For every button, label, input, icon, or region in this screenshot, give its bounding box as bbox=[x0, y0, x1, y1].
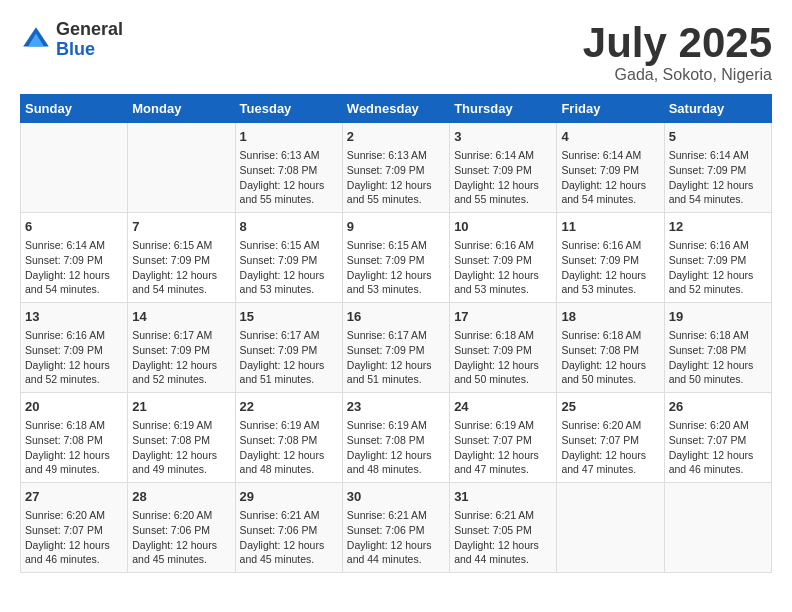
day-detail: Sunrise: 6:20 AMSunset: 7:07 PMDaylight:… bbox=[25, 508, 123, 567]
calendar-cell: 25Sunrise: 6:20 AMSunset: 7:07 PMDayligh… bbox=[557, 393, 664, 483]
calendar-cell: 21Sunrise: 6:19 AMSunset: 7:08 PMDayligh… bbox=[128, 393, 235, 483]
day-detail: Sunrise: 6:21 AMSunset: 7:05 PMDaylight:… bbox=[454, 508, 552, 567]
day-number: 6 bbox=[25, 218, 123, 236]
day-detail: Sunrise: 6:20 AMSunset: 7:06 PMDaylight:… bbox=[132, 508, 230, 567]
calendar-cell: 3Sunrise: 6:14 AMSunset: 7:09 PMDaylight… bbox=[450, 123, 557, 213]
day-number: 21 bbox=[132, 398, 230, 416]
day-number: 11 bbox=[561, 218, 659, 236]
month-title: July 2025 bbox=[583, 20, 772, 66]
calendar-cell bbox=[664, 482, 771, 572]
logo-blue-text: Blue bbox=[56, 39, 95, 59]
day-detail: Sunrise: 6:19 AMSunset: 7:08 PMDaylight:… bbox=[240, 418, 338, 477]
day-number: 20 bbox=[25, 398, 123, 416]
day-number: 3 bbox=[454, 128, 552, 146]
day-number: 7 bbox=[132, 218, 230, 236]
day-number: 22 bbox=[240, 398, 338, 416]
calendar-cell: 4Sunrise: 6:14 AMSunset: 7:09 PMDaylight… bbox=[557, 123, 664, 213]
day-detail: Sunrise: 6:19 AMSunset: 7:08 PMDaylight:… bbox=[132, 418, 230, 477]
day-detail: Sunrise: 6:14 AMSunset: 7:09 PMDaylight:… bbox=[669, 148, 767, 207]
calendar-cell: 22Sunrise: 6:19 AMSunset: 7:08 PMDayligh… bbox=[235, 393, 342, 483]
calendar-cell: 19Sunrise: 6:18 AMSunset: 7:08 PMDayligh… bbox=[664, 303, 771, 393]
calendar-cell: 11Sunrise: 6:16 AMSunset: 7:09 PMDayligh… bbox=[557, 213, 664, 303]
calendar-week-row: 13Sunrise: 6:16 AMSunset: 7:09 PMDayligh… bbox=[21, 303, 772, 393]
calendar-cell: 10Sunrise: 6:16 AMSunset: 7:09 PMDayligh… bbox=[450, 213, 557, 303]
day-number: 18 bbox=[561, 308, 659, 326]
day-detail: Sunrise: 6:18 AMSunset: 7:08 PMDaylight:… bbox=[561, 328, 659, 387]
header-monday: Monday bbox=[128, 95, 235, 123]
day-detail: Sunrise: 6:16 AMSunset: 7:09 PMDaylight:… bbox=[454, 238, 552, 297]
calendar-cell: 26Sunrise: 6:20 AMSunset: 7:07 PMDayligh… bbox=[664, 393, 771, 483]
calendar-cell: 24Sunrise: 6:19 AMSunset: 7:07 PMDayligh… bbox=[450, 393, 557, 483]
day-number: 25 bbox=[561, 398, 659, 416]
calendar-week-row: 20Sunrise: 6:18 AMSunset: 7:08 PMDayligh… bbox=[21, 393, 772, 483]
day-number: 23 bbox=[347, 398, 445, 416]
calendar-cell: 29Sunrise: 6:21 AMSunset: 7:06 PMDayligh… bbox=[235, 482, 342, 572]
day-detail: Sunrise: 6:15 AMSunset: 7:09 PMDaylight:… bbox=[132, 238, 230, 297]
day-detail: Sunrise: 6:17 AMSunset: 7:09 PMDaylight:… bbox=[132, 328, 230, 387]
day-detail: Sunrise: 6:14 AMSunset: 7:09 PMDaylight:… bbox=[454, 148, 552, 207]
calendar-cell: 30Sunrise: 6:21 AMSunset: 7:06 PMDayligh… bbox=[342, 482, 449, 572]
calendar-cell: 31Sunrise: 6:21 AMSunset: 7:05 PMDayligh… bbox=[450, 482, 557, 572]
page-header: General Blue July 2025 Gada, Sokoto, Nig… bbox=[20, 20, 772, 84]
day-number: 15 bbox=[240, 308, 338, 326]
day-detail: Sunrise: 6:17 AMSunset: 7:09 PMDaylight:… bbox=[240, 328, 338, 387]
calendar-cell: 27Sunrise: 6:20 AMSunset: 7:07 PMDayligh… bbox=[21, 482, 128, 572]
calendar-cell: 7Sunrise: 6:15 AMSunset: 7:09 PMDaylight… bbox=[128, 213, 235, 303]
day-detail: Sunrise: 6:20 AMSunset: 7:07 PMDaylight:… bbox=[561, 418, 659, 477]
header-tuesday: Tuesday bbox=[235, 95, 342, 123]
calendar-cell: 28Sunrise: 6:20 AMSunset: 7:06 PMDayligh… bbox=[128, 482, 235, 572]
calendar-cell: 2Sunrise: 6:13 AMSunset: 7:09 PMDaylight… bbox=[342, 123, 449, 213]
location: Gada, Sokoto, Nigeria bbox=[583, 66, 772, 84]
header-saturday: Saturday bbox=[664, 95, 771, 123]
calendar-cell: 17Sunrise: 6:18 AMSunset: 7:09 PMDayligh… bbox=[450, 303, 557, 393]
calendar-cell: 14Sunrise: 6:17 AMSunset: 7:09 PMDayligh… bbox=[128, 303, 235, 393]
day-detail: Sunrise: 6:13 AMSunset: 7:09 PMDaylight:… bbox=[347, 148, 445, 207]
day-number: 30 bbox=[347, 488, 445, 506]
calendar-header-row: SundayMondayTuesdayWednesdayThursdayFrid… bbox=[21, 95, 772, 123]
calendar-cell: 15Sunrise: 6:17 AMSunset: 7:09 PMDayligh… bbox=[235, 303, 342, 393]
day-detail: Sunrise: 6:18 AMSunset: 7:08 PMDaylight:… bbox=[25, 418, 123, 477]
day-number: 19 bbox=[669, 308, 767, 326]
calendar-cell: 9Sunrise: 6:15 AMSunset: 7:09 PMDaylight… bbox=[342, 213, 449, 303]
day-detail: Sunrise: 6:16 AMSunset: 7:09 PMDaylight:… bbox=[25, 328, 123, 387]
title-block: July 2025 Gada, Sokoto, Nigeria bbox=[583, 20, 772, 84]
calendar-cell: 18Sunrise: 6:18 AMSunset: 7:08 PMDayligh… bbox=[557, 303, 664, 393]
day-number: 13 bbox=[25, 308, 123, 326]
header-wednesday: Wednesday bbox=[342, 95, 449, 123]
calendar-cell: 20Sunrise: 6:18 AMSunset: 7:08 PMDayligh… bbox=[21, 393, 128, 483]
day-number: 4 bbox=[561, 128, 659, 146]
day-detail: Sunrise: 6:14 AMSunset: 7:09 PMDaylight:… bbox=[561, 148, 659, 207]
calendar-cell: 12Sunrise: 6:16 AMSunset: 7:09 PMDayligh… bbox=[664, 213, 771, 303]
header-friday: Friday bbox=[557, 95, 664, 123]
day-number: 8 bbox=[240, 218, 338, 236]
day-detail: Sunrise: 6:21 AMSunset: 7:06 PMDaylight:… bbox=[240, 508, 338, 567]
calendar-week-row: 27Sunrise: 6:20 AMSunset: 7:07 PMDayligh… bbox=[21, 482, 772, 572]
day-number: 5 bbox=[669, 128, 767, 146]
day-detail: Sunrise: 6:15 AMSunset: 7:09 PMDaylight:… bbox=[240, 238, 338, 297]
calendar-week-row: 1Sunrise: 6:13 AMSunset: 7:08 PMDaylight… bbox=[21, 123, 772, 213]
calendar-cell: 5Sunrise: 6:14 AMSunset: 7:09 PMDaylight… bbox=[664, 123, 771, 213]
calendar-cell bbox=[128, 123, 235, 213]
day-number: 24 bbox=[454, 398, 552, 416]
day-detail: Sunrise: 6:20 AMSunset: 7:07 PMDaylight:… bbox=[669, 418, 767, 477]
day-detail: Sunrise: 6:16 AMSunset: 7:09 PMDaylight:… bbox=[669, 238, 767, 297]
logo: General Blue bbox=[20, 20, 123, 60]
header-sunday: Sunday bbox=[21, 95, 128, 123]
day-detail: Sunrise: 6:16 AMSunset: 7:09 PMDaylight:… bbox=[561, 238, 659, 297]
day-detail: Sunrise: 6:18 AMSunset: 7:08 PMDaylight:… bbox=[669, 328, 767, 387]
day-number: 17 bbox=[454, 308, 552, 326]
day-number: 16 bbox=[347, 308, 445, 326]
calendar-cell: 8Sunrise: 6:15 AMSunset: 7:09 PMDaylight… bbox=[235, 213, 342, 303]
day-number: 10 bbox=[454, 218, 552, 236]
day-number: 28 bbox=[132, 488, 230, 506]
calendar-cell: 23Sunrise: 6:19 AMSunset: 7:08 PMDayligh… bbox=[342, 393, 449, 483]
day-number: 1 bbox=[240, 128, 338, 146]
logo-general-text: General bbox=[56, 19, 123, 39]
day-detail: Sunrise: 6:13 AMSunset: 7:08 PMDaylight:… bbox=[240, 148, 338, 207]
calendar-cell: 6Sunrise: 6:14 AMSunset: 7:09 PMDaylight… bbox=[21, 213, 128, 303]
day-detail: Sunrise: 6:21 AMSunset: 7:06 PMDaylight:… bbox=[347, 508, 445, 567]
day-number: 26 bbox=[669, 398, 767, 416]
calendar-week-row: 6Sunrise: 6:14 AMSunset: 7:09 PMDaylight… bbox=[21, 213, 772, 303]
day-number: 29 bbox=[240, 488, 338, 506]
header-thursday: Thursday bbox=[450, 95, 557, 123]
